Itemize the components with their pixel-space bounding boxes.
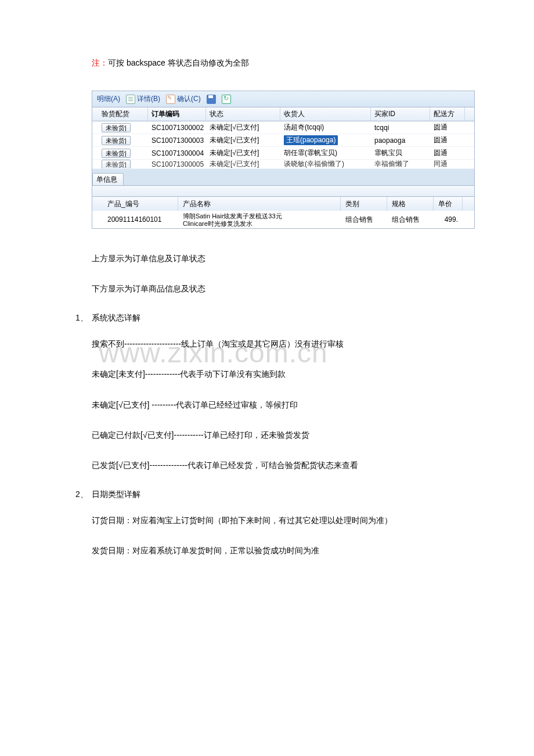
orders-body: 未验货| SC10071300002 未确定[√已支付] 汤超奇(tcqqi) …: [92, 121, 474, 169]
list-item: 未确定[√已支付] ---------代表订单已经经过审核，等候打印: [92, 398, 534, 411]
cell-prod-num: 20091114160101: [103, 215, 178, 224]
toolbar-save[interactable]: [204, 95, 218, 104]
table-row[interactable]: 未验货| SC10071300005 未确定[√已支付] 谈晓敏(幸福偷懒了) …: [92, 160, 474, 169]
cell-prod-spec: 组合销售: [387, 215, 434, 225]
mingxi-label: 明细(A): [97, 94, 120, 104]
refresh-icon: [222, 95, 231, 104]
hdr-order-no[interactable]: 订单编码: [148, 107, 206, 121]
product-tabbar: 单信息: [92, 172, 474, 185]
para-upper: 上方显示为订单信息及订单状态: [92, 252, 534, 265]
cell-buyer: 霏帆宝贝: [371, 147, 430, 159]
product-row[interactable]: 20091114160101 博朗Satin Hair炫发离子发梳送33元 Cl…: [92, 211, 474, 228]
section-1-list: 搜索不到---------------------线上订单（淘宝或是其它网店）没…: [92, 337, 534, 472]
table-row[interactable]: 未验货| SC10071300003 未确定[√已支付] 王瑶(paopaoga…: [92, 134, 474, 147]
cell-order-no: SC10071300005: [148, 160, 206, 168]
section-1-heading: 1、系统状态详解: [75, 313, 534, 323]
list-item: 订货日期：对应着淘宝上订货时间（即拍下来时间，有过其它处理以处理时间为准）: [92, 514, 534, 527]
app-panel: 明细(A) 详情(B) 确认(C) 验货配货 订单编码 状态 收货人: [92, 91, 475, 229]
confirm-icon: [166, 95, 175, 104]
orders-header-row: 验货配货 订单编码 状态 收货人 买家ID 配送方: [92, 107, 474, 121]
hdr-prod-price[interactable]: 单价: [434, 197, 463, 211]
cell-ship: 圆通: [430, 121, 465, 134]
cell-prod-cat: 组合销售: [341, 215, 387, 225]
cell-buyer: 幸福偷懒了: [371, 160, 430, 168]
inspect-pill[interactable]: 未验货|: [102, 123, 131, 132]
cell-buyer: tcqqi: [371, 121, 430, 134]
hdr-prod-name[interactable]: 产品名称: [178, 197, 341, 211]
product-toolbar-strip: [92, 185, 474, 197]
confirm-label: 确认(C): [177, 94, 201, 104]
list-item: 发货日期：对应着系统订单发货时间，正常以验货成功时间为准: [92, 544, 534, 557]
note-line: 注：可按 backspace 将状态自动修改为全部: [92, 58, 534, 69]
list-item: 已发货[√已支付]--------------代表订单已经发货，可结合验货配货状…: [92, 459, 534, 471]
cell-status: 未确定[√已支付]: [206, 121, 280, 134]
cell-order-no: SC10071300002: [148, 121, 206, 134]
cell-buyer: paopaoga: [371, 134, 430, 146]
cell-receiver: 王瑶(paopaoga): [280, 134, 371, 146]
list-item: 未确定[未支付]-------------代表手动下订单没有实施到款: [92, 368, 534, 380]
body-text: 上方显示为订单信息及订单状态 下方显示为订单商品信息及状态: [92, 252, 534, 296]
list-item: 搜索不到---------------------线上订单（淘宝或是其它网店）没…: [92, 337, 534, 350]
cell-ship: 同通: [430, 160, 465, 168]
detail-icon: [126, 95, 135, 104]
cell-ship: 圆通: [430, 147, 465, 159]
cell-prod-name: 博朗Satin Hair炫发离子发梳送33元 Clinicare时光修复洗发水: [178, 213, 341, 227]
toolbar-detail[interactable]: 详情(B): [124, 94, 163, 104]
hdr-ship[interactable]: 配送方: [430, 107, 465, 121]
detail-label: 详情(B): [137, 94, 160, 104]
cell-receiver: 汤超奇(tcqqi): [280, 121, 371, 134]
product-panel: 单信息 产品_编号 产品名称 类别 规格 单价 20091114160101 博…: [92, 172, 474, 228]
section-2-heading: 2、日期类型详解: [75, 489, 534, 500]
hdr-status[interactable]: 状态: [206, 107, 280, 121]
hdr-prod-cat[interactable]: 类别: [341, 197, 387, 211]
toolbar: 明细(A) 详情(B) 确认(C): [92, 91, 474, 107]
toolbar-refresh[interactable]: [219, 95, 233, 104]
inspect-pill[interactable]: 未验货|: [102, 149, 131, 158]
cell-status: 未确定[√已支付]: [206, 147, 280, 159]
hdr-inspect[interactable]: 验货配货: [98, 107, 148, 121]
inspect-pill[interactable]: 未验货|: [102, 160, 131, 168]
toolbar-mingxi[interactable]: 明细(A): [95, 94, 122, 104]
cell-status: 未确定[√已支付]: [206, 160, 280, 168]
cell-prod-price: 499.: [434, 215, 463, 224]
orders-grid: 验货配货 订单编码 状态 收货人 买家ID 配送方 未验货| SC1007130…: [92, 107, 474, 169]
product-tab[interactable]: 单信息: [92, 173, 124, 185]
cell-order-no: SC10071300003: [148, 134, 206, 146]
note-prefix: 注：: [92, 58, 108, 67]
cell-status: 未确定[√已支付]: [206, 134, 280, 146]
hdr-receiver[interactable]: 收货人: [280, 107, 371, 121]
table-row[interactable]: 未验货| SC10071300002 未确定[√已支付] 汤超奇(tcqqi) …: [92, 121, 474, 134]
note-text: 可按 backspace 将状态自动修改为全部: [108, 58, 249, 67]
product-header-row: 产品_编号 产品名称 类别 规格 单价: [92, 197, 474, 211]
cell-order-no: SC10071300004: [148, 147, 206, 159]
section-2-list: 订货日期：对应着淘宝上订货时间（即拍下来时间，有过其它处理以处理时间为准） 发货…: [92, 514, 534, 557]
para-lower: 下方显示为订单商品信息及状态: [92, 282, 534, 295]
list-item: 已确定已付款[√已支付]-----------订单已经打印，还未验货发货: [92, 429, 534, 441]
cell-ship: 圆通: [430, 134, 465, 146]
hdr-prod-spec[interactable]: 规格: [387, 197, 434, 211]
inspect-pill[interactable]: 未验货|: [102, 136, 131, 145]
table-row[interactable]: 未验货| SC10071300004 未确定[√已支付] 胡任霏(霏帆宝贝) 霏…: [92, 147, 474, 160]
hdr-buyer-id[interactable]: 买家ID: [371, 107, 430, 121]
cell-receiver: 谈晓敏(幸福偷懒了): [280, 160, 371, 168]
save-icon: [207, 95, 216, 104]
hdr-prod-num[interactable]: 产品_编号: [103, 197, 178, 211]
toolbar-confirm[interactable]: 确认(C): [164, 94, 203, 104]
cell-receiver: 胡任霏(霏帆宝贝): [280, 147, 371, 159]
